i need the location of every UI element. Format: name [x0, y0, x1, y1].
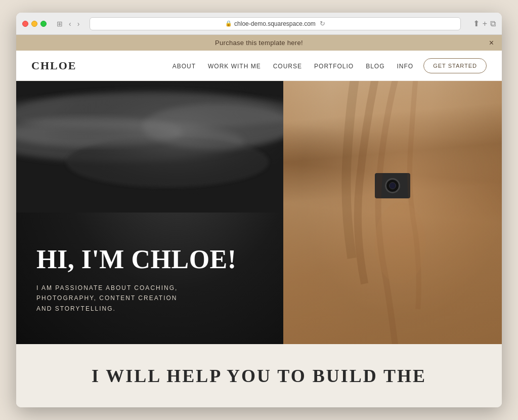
hero-subtext: I AM PASSIONATE ABOUT COACHING, PHOTOGRA…: [36, 283, 268, 314]
hero-section: HI, I'M CHLOE! I AM PASSIONATE ABOUT COA…: [16, 81, 502, 407]
hero-left-panel: HI, I'M CHLOE! I AM PASSIONATE ABOUT COA…: [16, 81, 283, 344]
bottom-section: I WILL HELP YOU TO BUILD THE: [16, 344, 502, 407]
back-button[interactable]: ‹: [67, 19, 73, 29]
url-text: chloe-demo.squarespace.com: [234, 20, 316, 27]
nav-blog[interactable]: BLOG: [366, 63, 384, 70]
hero-subtext-line2: PHOTOGRAPHY, CONTENT CREATION: [36, 295, 177, 302]
hero-images: HI, I'M CHLOE! I AM PASSIONATE ABOUT COA…: [16, 81, 502, 344]
new-tab-button[interactable]: +: [483, 19, 487, 28]
svg-rect-7: [16, 81, 283, 213]
svg-point-8: [375, 202, 425, 284]
refresh-icon[interactable]: ↻: [320, 20, 325, 27]
hero-subtext-line3: AND STORYTELLING.: [36, 305, 116, 312]
browser-window: ⊞ ‹ › 🔒 chloe-demo.squarespace.com ↻ ⬆ +…: [16, 13, 502, 407]
announcement-bar: Purchase this template here! ×: [16, 35, 502, 51]
site-logo[interactable]: CHLOE: [31, 59, 76, 72]
browser-chrome: ⊞ ‹ › 🔒 chloe-demo.squarespace.com ↻ ⬆ +…: [16, 13, 502, 35]
maximize-button[interactable]: [40, 21, 47, 27]
nav-info[interactable]: INFO: [397, 63, 414, 70]
nav-links: ABOUT WORK WITH ME COURSE PORTFOLIO BLOG…: [172, 61, 414, 70]
hero-right-panel: [283, 81, 502, 344]
bottom-heading: I WILL HELP YOU TO BUILD THE: [92, 365, 426, 387]
announcement-close-button[interactable]: ×: [489, 39, 494, 47]
nav-about[interactable]: ABOUT: [172, 63, 196, 70]
hero-subtext-line1: I AM PASSIONATE ABOUT COACHING,: [36, 284, 178, 291]
address-bar[interactable]: 🔒 chloe-demo.squarespace.com ↻: [90, 17, 460, 30]
close-button[interactable]: [22, 21, 28, 27]
blur-wave: [16, 81, 283, 213]
browser-controls: ⊞ ‹ ›: [55, 19, 81, 29]
navigation: CHLOE ABOUT WORK WITH ME COURSE PORTFOLI…: [16, 51, 502, 81]
website-content: Purchase this template here! × CHLOE ABO…: [16, 35, 502, 407]
nav-portfolio[interactable]: PORTFOLIO: [314, 63, 354, 70]
portrait-svg-detail: [283, 81, 502, 344]
hero-heading: HI, I'M CHLOE!: [36, 246, 268, 273]
lock-icon: 🔒: [225, 20, 232, 27]
browser-actions: ⬆ + ⧉: [473, 19, 496, 28]
announcement-text: Purchase this template here!: [215, 39, 303, 47]
nav-work-with-me[interactable]: WORK WITH ME: [208, 63, 261, 70]
minimize-button[interactable]: [31, 21, 37, 27]
nav-course[interactable]: COURSE: [273, 63, 302, 70]
forward-button[interactable]: ›: [75, 19, 82, 29]
hero-left-content: HI, I'M CHLOE! I AM PASSIONATE ABOUT COA…: [36, 246, 268, 314]
nav-cta-button[interactable]: GET STARTED: [423, 58, 487, 73]
traffic-lights: [22, 21, 47, 27]
tabs-button[interactable]: ⧉: [490, 19, 496, 28]
share-button[interactable]: ⬆: [473, 19, 480, 28]
sidebar-toggle[interactable]: ⊞: [55, 19, 65, 29]
